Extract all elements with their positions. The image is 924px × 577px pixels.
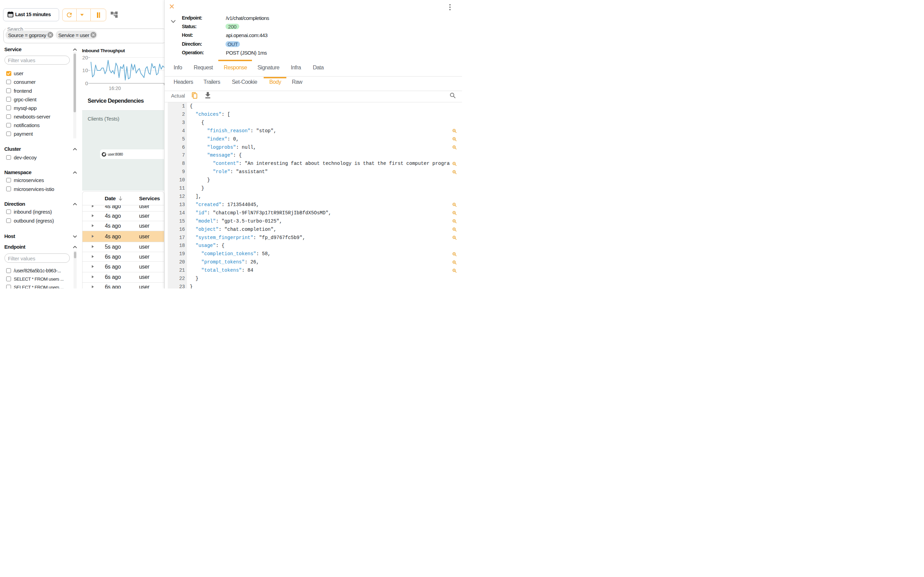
svg-text:0: 0 (85, 81, 88, 86)
svg-text:10: 10 (82, 67, 88, 73)
svg-text:20: 20 (82, 55, 88, 60)
